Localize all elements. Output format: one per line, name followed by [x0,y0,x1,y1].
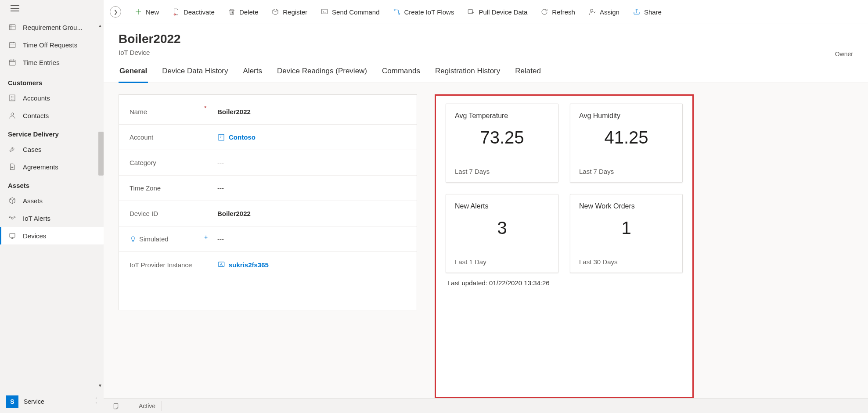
tab-device-data-history[interactable]: Device Data History [161,64,229,83]
new-button[interactable]: New [129,5,164,18]
delete-button[interactable]: Delete [223,5,263,18]
cmd-label: Pull Device Data [479,8,527,16]
section-service-delivery: Service Delivery [0,124,104,140]
card-period: Last 30 Days [579,258,674,266]
sidebar-scrollbar[interactable] [98,132,104,176]
refresh-icon [540,8,548,16]
sidebar-item-assets[interactable]: Assets [0,192,104,209]
refresh-button[interactable]: Refresh [535,5,580,18]
command-bar: ❯ New Deactivate Delete Register Send Co… [104,0,868,24]
flow-icon [393,8,401,16]
field-provider-label: IoT Provider Instance [130,261,204,269]
sidebar-item-agreements[interactable]: Agreements [0,158,104,176]
field-simulated[interactable]: Simulated + --- [119,226,417,252]
field-account-label: Account [130,133,204,141]
pull-data-button[interactable]: Pull Device Data [462,5,533,18]
field-device-id-label: Device ID [130,210,204,217]
trash-icon [228,8,236,16]
building-icon [217,133,225,141]
field-simulated-value: --- [217,235,224,243]
main-area: ❯ New Deactivate Delete Register Send Co… [104,0,868,413]
field-timezone[interactable]: Time Zone --- [119,176,417,201]
svg-rect-0 [9,25,15,30]
sidebar-item-requirement-groups[interactable]: Requirement Grou... [0,18,104,36]
field-device-id-value: Boiler2022 [217,210,251,217]
cmd-label: Send Command [332,8,379,16]
svg-rect-11 [468,10,473,14]
svg-rect-2 [9,60,15,65]
assign-icon [588,8,596,16]
sidebar-item-label: IoT Alerts [23,215,50,222]
deactivate-button[interactable]: Deactivate [167,5,220,18]
tab-general[interactable]: General [119,64,148,83]
cmd-label: Register [283,8,307,16]
scroll-up-icon[interactable]: ▲ [97,22,104,29]
cmd-label: Refresh [552,8,575,16]
card-period: Last 7 Days [579,168,674,175]
field-category-label: Category [130,159,204,166]
content: Name * Boiler2022 Account Contoso Catego… [104,83,868,398]
sidebar-item-label: Cases [23,146,42,153]
sidebar-item-cases[interactable]: Cases [0,140,104,158]
card-period: Last 1 Day [455,258,549,266]
register-button[interactable]: Register [266,5,313,18]
assign-button[interactable]: Assign [583,5,625,18]
sidebar-item-accounts[interactable]: Accounts [0,89,104,107]
card-title: Avg Humidity [579,112,674,120]
tab-related[interactable]: Related [514,64,542,83]
scroll-down-icon[interactable]: ▼ [97,382,104,389]
card-value: 41.25 [579,128,674,147]
note-icon[interactable] [112,402,119,409]
tab-registration-history[interactable]: Registration History [434,64,501,83]
alert-icon [8,214,17,223]
collapse-toggle[interactable]: ❯ [110,6,121,18]
person-icon [8,111,17,120]
field-device-id[interactable]: Device ID Boiler2022 [119,201,417,226]
field-provider[interactable]: IoT Provider Instance sukris2fs365 [119,252,417,277]
required-indicator: * [204,104,206,111]
field-account-value[interactable]: Contoso [229,133,256,141]
card-avg-humidity[interactable]: Avg Humidity 41.25 Last 7 Days [570,104,683,183]
field-account[interactable]: Account Contoso [119,125,417,150]
field-category[interactable]: Category --- [119,150,417,176]
sidebar-item-label: Time Off Requests [23,41,77,49]
sidebar-item-label: Devices [23,232,46,240]
create-flows-button[interactable]: Create IoT Flows [388,5,460,18]
calendar-icon [8,58,17,67]
card-value: 73.25 [455,128,549,147]
hamburger-menu[interactable] [0,0,104,17]
cmd-label: Delete [239,8,258,16]
sidebar-item-time-off[interactable]: Time Off Requests [0,36,104,54]
field-provider-value[interactable]: sukris2fs365 [229,261,269,269]
record-header: Boiler2022 IoT Device Owner [104,24,868,56]
sidebar-item-label: Time Entries [23,59,60,66]
svg-point-9 [394,9,395,11]
sidebar-item-devices[interactable]: Devices [0,227,104,244]
card-avg-temperature[interactable]: Avg Temperature 73.25 Last 7 Days [446,104,558,183]
sidebar-item-time-entries[interactable]: Time Entries [0,54,104,71]
tab-device-readings[interactable]: Device Readings (Preview) [276,64,368,83]
card-title: Avg Temperature [455,112,549,120]
box-icon [8,196,17,205]
card-new-work-orders[interactable]: New Work Orders 1 Last 30 Days [570,194,683,273]
area-switcher[interactable]: S Service ˄˅ [0,390,104,413]
share-button[interactable]: Share [627,5,667,18]
send-command-button[interactable]: Send Command [315,5,385,18]
card-new-alerts[interactable]: New Alerts 3 Last 1 Day [446,194,558,273]
cmd-label: New [146,8,159,16]
field-name[interactable]: Name * Boiler2022 [119,99,417,125]
svg-point-12 [590,9,593,12]
field-timezone-label: Time Zone [130,184,204,192]
sidebar-item-iot-alerts[interactable]: IoT Alerts [0,209,104,227]
field-category-value: --- [217,159,224,166]
document-icon [8,162,17,171]
sidebar-item-contacts[interactable]: Contacts [0,107,104,124]
command-icon [321,8,328,16]
tab-commands[interactable]: Commands [381,64,421,83]
field-name-value: Boiler2022 [217,108,251,115]
register-icon [271,8,279,16]
bulb-icon [130,236,137,243]
tab-alerts[interactable]: Alerts [242,64,263,83]
card-value: 3 [455,218,549,238]
card-value: 1 [579,218,674,238]
